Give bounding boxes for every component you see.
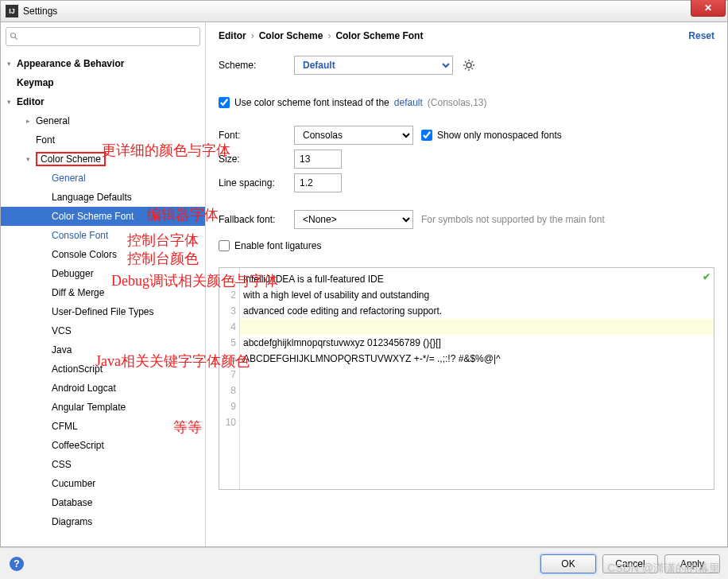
size-label: Size: [219,153,286,165]
tree-label: CSS [52,459,72,470]
tree-label: Cucumber [52,478,95,489]
scheme-select[interactable]: Default [294,56,453,75]
watermark: CSDN @潇潇的的幕里 [607,562,720,576]
tree-label: Keymap [17,77,54,88]
tree-item-android-logcat[interactable]: Android Logcat [1,379,205,398]
tree-item-cucumber[interactable]: Cucumber [1,474,205,493]
window-title: Settings [23,6,57,17]
tree-item-cfml[interactable]: CFML [1,417,205,436]
tree-label: Diff & Merge [52,287,104,298]
chevron-right-icon: › [251,30,254,41]
line-gutter: 12345678910 [219,268,240,489]
crumb-color-scheme[interactable]: Color Scheme [259,30,323,41]
tree-item-database[interactable]: Database [1,493,205,512]
svg-line-9 [465,68,467,70]
tree-arrow-icon: ▸ [26,117,36,125]
tree-label: Java [52,344,72,356]
ligatures-checkbox[interactable] [219,240,230,251]
tree-item-appearance-behavior[interactable]: ▾Appearance & Behavior [1,54,205,73]
fallback-select[interactable]: <None> [294,210,413,229]
tree-label: ActionScript [52,363,103,375]
tree-label: General [52,173,86,184]
mono-checkbox[interactable] [421,130,432,141]
tree-label: CFML [52,421,78,432]
tree-label: User-Defined File Types [52,306,154,317]
tree-label: Diagrams [52,516,92,527]
tree-label: Appearance & Behavior [17,58,124,69]
size-input[interactable] [294,150,342,169]
tree-item-keymap[interactable]: Keymap [1,73,205,92]
tree-label: Console Font [52,230,108,241]
chevron-right-icon: › [327,30,331,41]
font-preview: 12345678910 IntelliJ IDEA is a full-feat… [219,267,714,490]
close-icon: ✕ [704,2,712,14]
tree-label: Font [36,134,55,146]
tree-item-diff-merge[interactable]: Diff & Merge [1,283,205,302]
tree-arrow-icon: ▾ [7,98,17,106]
gear-icon[interactable] [461,57,477,73]
sidebar: ▾Appearance & BehaviorKeymap▾Editor▸Gene… [1,22,206,546]
scheme-label: Scheme: [219,60,286,71]
ligatures-label: Enable font ligatures [234,240,321,251]
tree-item-vcs[interactable]: VCS [1,321,205,340]
crumb-font: Color Scheme Font [335,30,423,41]
tree-label: Language Defaults [52,192,132,203]
tree-item-console-font[interactable]: Console Font [1,226,205,245]
search-input[interactable] [6,27,200,46]
tree-label: Color Scheme [41,153,101,165]
tree-label: Editor [17,96,45,107]
mono-label: Show only monospaced fonts [437,130,562,141]
help-button[interactable]: ? [10,557,24,571]
tree-item-css[interactable]: CSS [1,455,205,474]
tree-label: CoffeeScript [52,440,104,451]
svg-line-8 [472,68,474,70]
use-font-checkbox[interactable] [219,97,230,108]
settings-tree[interactable]: ▾Appearance & BehaviorKeymap▾Editor▸Gene… [1,51,205,546]
tree-item-language-defaults[interactable]: Language Defaults [1,188,205,207]
default-link[interactable]: default [394,97,423,108]
tree-item-color-scheme-font[interactable]: Color Scheme Font [1,207,205,226]
preview-text: IntelliJ IDEA is a full-featured IDE wit… [243,271,501,430]
font-select[interactable]: Consolas [294,126,413,145]
tree-item-angular-template[interactable]: Angular Template [1,398,205,417]
use-font-label: Use color scheme font instead of the [234,97,389,108]
tree-item-general[interactable]: ▸General [1,111,205,130]
svg-line-10 [472,61,474,63]
tree-item-actionscript[interactable]: ActionScript [1,359,205,379]
ok-button[interactable]: OK [540,554,596,573]
check-icon: ✔ [703,271,711,282]
spacing-label: Line spacing: [219,177,286,188]
font-label: Font: [219,130,286,141]
tree-label: Color Scheme Font [52,211,134,222]
title-bar: IJ Settings ✕ [0,0,728,22]
tree-label: Database [52,497,92,508]
tree-item-coffeescript[interactable]: CoffeeScript [1,436,205,455]
default-info: (Consolas,13) [428,97,487,108]
tree-item-diagrams[interactable]: Diagrams [1,512,205,531]
tree-arrow-icon: ▾ [26,155,36,163]
tree-item-debugger[interactable]: Debugger [1,264,205,283]
tree-item-java[interactable]: Java [1,340,205,359]
crumb-editor[interactable]: Editor [219,30,246,41]
tree-item-editor[interactable]: ▾Editor [1,92,205,111]
tree-item-general[interactable]: General [1,169,205,188]
reset-link[interactable]: Reset [688,30,714,41]
svg-line-7 [465,61,467,63]
svg-point-0 [11,33,16,38]
tree-arrow-icon: ▾ [7,60,17,68]
tree-label: General [36,115,70,126]
svg-line-1 [15,37,17,40]
tree-item-font[interactable]: Font [1,130,205,150]
tree-label: Debugger [52,268,94,279]
tree-label: Console Colors [52,249,117,260]
tree-label: VCS [52,325,72,336]
tree-item-user-defined-file-types[interactable]: User-Defined File Types [1,302,205,321]
svg-point-2 [467,63,471,68]
search-icon [10,32,19,41]
spacing-input[interactable] [294,173,342,192]
fallback-label: Fallback font: [219,214,286,225]
close-button[interactable]: ✕ [691,0,726,17]
tree-item-color-scheme[interactable]: ▾Color Scheme [1,150,205,169]
tree-item-console-colors[interactable]: Console Colors [1,245,205,264]
tree-label: Android Logcat [52,383,116,394]
